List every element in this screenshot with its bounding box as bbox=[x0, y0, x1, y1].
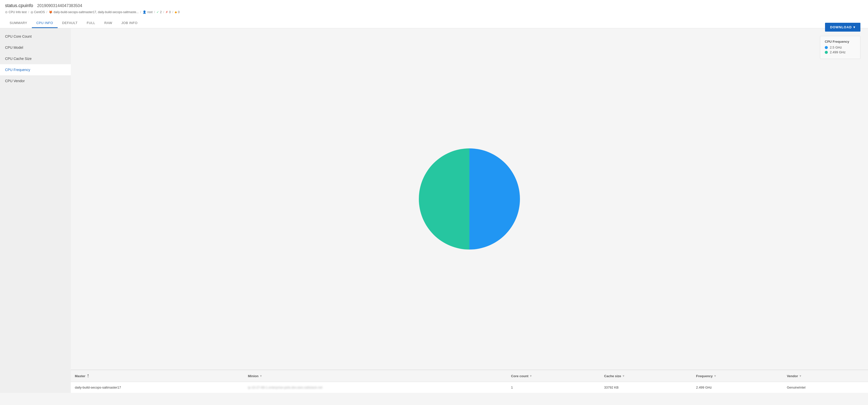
th-cache-size-label: Cache size bbox=[604, 374, 621, 378]
breadcrumb-item-cpu-info-test[interactable]: ⊙ CPU Info test bbox=[5, 10, 27, 14]
breadcrumb-icon-os: ◎ bbox=[31, 10, 33, 14]
other-count: 0 bbox=[178, 10, 180, 14]
legend-title: CPU Frequency bbox=[825, 40, 856, 43]
pie-chart bbox=[416, 146, 523, 252]
breadcrumb-item-other: ◆ 0 bbox=[175, 10, 180, 14]
th-master: Master ▲ ▼ bbox=[71, 370, 244, 382]
breadcrumb-sep-6: / bbox=[173, 10, 173, 14]
filter-icon-frequency[interactable]: ▼ bbox=[714, 374, 717, 377]
breadcrumb-item-minion[interactable]: 🦊 daily-build-secops-saltmaster17, daily… bbox=[49, 10, 139, 14]
sidebar-item-cpu-vendor[interactable]: CPU Vendor bbox=[0, 75, 71, 87]
table-body: daily-build-secops-saltmaster17 ip-10-27… bbox=[71, 382, 868, 393]
tab-cpu-info[interactable]: CPU INFO bbox=[32, 19, 58, 28]
job-id: 20190903144047383504 bbox=[37, 4, 82, 8]
main-content: CPU Core Count CPU Model CPU Cache Size … bbox=[0, 28, 868, 393]
legend-dot-teal bbox=[825, 51, 828, 54]
breadcrumb: ⊙ CPU Info test / ◎ CentOS / 🦊 daily-bui… bbox=[5, 10, 863, 17]
chart-area: CPU Frequency 2.5 GHz 2.499 GHz bbox=[71, 28, 868, 370]
download-button-label: DOWNLOAD bbox=[830, 25, 852, 29]
cell-minion: ip-10-27-88-1.enterprise-pele.dev.aws.sa… bbox=[244, 382, 507, 393]
breadcrumb-label-minion: daily-build-secops-saltmaster17, daily-b… bbox=[54, 10, 139, 14]
check-icon: ✓ bbox=[156, 10, 159, 14]
th-minion: Minion ▼ bbox=[244, 370, 507, 382]
cell-core-count: 1 bbox=[507, 382, 600, 393]
table-header-row: Master ▲ ▼ Minion ▼ bbox=[71, 370, 868, 382]
legend-item-teal: 2.499 GHz bbox=[825, 50, 856, 54]
pie-segment-teal bbox=[419, 148, 469, 250]
fail-count: 0 bbox=[169, 10, 171, 14]
cell-vendor: GenuineIntel bbox=[783, 382, 868, 393]
cell-frequency: 2.499 GHz bbox=[692, 382, 783, 393]
breadcrumb-label-centos: CentOS bbox=[34, 10, 45, 14]
legend-item-blue: 2.5 GHz bbox=[825, 45, 856, 49]
sort-icons-master[interactable]: ▲ ▼ bbox=[87, 374, 89, 378]
breadcrumb-item-user[interactable]: 👤 root bbox=[143, 10, 153, 14]
breadcrumb-icon-plugin: ⊙ bbox=[5, 10, 8, 14]
th-master-label: Master bbox=[75, 374, 86, 378]
breadcrumb-item-fail: ✗ 0 bbox=[165, 10, 171, 14]
filter-icon-cache-size[interactable]: ▼ bbox=[622, 374, 625, 377]
breadcrumb-item-success: ✓ 2 bbox=[156, 10, 162, 14]
sidebar-item-cpu-core-count[interactable]: CPU Core Count bbox=[0, 31, 71, 42]
tab-summary[interactable]: SUMMARY bbox=[5, 19, 32, 28]
data-table: Master ▲ ▼ Minion ▼ bbox=[71, 370, 868, 393]
breadcrumb-icon-minion: 🦊 bbox=[49, 10, 53, 14]
legend-label-teal: 2.499 GHz bbox=[830, 50, 845, 54]
filter-icon-minion[interactable]: ▼ bbox=[259, 374, 262, 377]
legend-dot-blue bbox=[825, 46, 828, 49]
nav-tabs: SUMMARY CPU INFO DEFAULT FULL RAW JOB IN… bbox=[5, 17, 863, 28]
legend-box: CPU Frequency 2.5 GHz 2.499 GHz bbox=[820, 36, 860, 59]
breadcrumb-item-centos[interactable]: ◎ CentOS bbox=[31, 10, 45, 14]
download-button[interactable]: DOWNLOAD ▾ bbox=[825, 23, 860, 32]
download-chevron-icon: ▾ bbox=[853, 25, 855, 29]
header: status.cpuinfo 20190903144047383504 ⊙ CP… bbox=[0, 0, 868, 28]
cell-cache-size: 33792 KB bbox=[600, 382, 692, 393]
title-row: status.cpuinfo 20190903144047383504 bbox=[5, 3, 863, 10]
breadcrumb-sep-4: / bbox=[154, 10, 155, 14]
th-core-count: Core count ▼ bbox=[507, 370, 600, 382]
sidebar-item-cpu-frequency[interactable]: CPU Frequency bbox=[0, 64, 71, 75]
breadcrumb-icon-user: 👤 bbox=[143, 10, 146, 14]
th-vendor: Vendor ▼ bbox=[783, 370, 868, 382]
legend-label-blue: 2.5 GHz bbox=[830, 45, 842, 49]
filter-icon-vendor[interactable]: ▼ bbox=[799, 374, 802, 377]
sort-down-icon: ▼ bbox=[87, 376, 89, 378]
breadcrumb-sep-2: / bbox=[46, 10, 47, 14]
table-header: Master ▲ ▼ Minion ▼ bbox=[71, 370, 868, 382]
sidebar-item-cpu-model[interactable]: CPU Model bbox=[0, 42, 71, 53]
cell-minion-blurred: ip-10-27-88-1.enterprise-pele.dev.aws.sa… bbox=[248, 385, 322, 389]
cross-icon: ✗ bbox=[165, 10, 168, 14]
breadcrumb-label-user: root bbox=[147, 10, 153, 14]
th-core-count-label: Core count bbox=[511, 374, 529, 378]
tab-full[interactable]: FULL bbox=[82, 19, 100, 28]
filter-icon-core-count[interactable]: ▼ bbox=[529, 374, 532, 377]
tab-job-info[interactable]: JOB INFO bbox=[117, 19, 142, 28]
tab-raw[interactable]: RAW bbox=[100, 19, 117, 28]
th-cache-size: Cache size ▼ bbox=[600, 370, 692, 382]
breadcrumb-sep-3: / bbox=[140, 10, 141, 14]
th-vendor-label: Vendor bbox=[787, 374, 798, 378]
tab-default[interactable]: DEFAULT bbox=[58, 19, 82, 28]
page-title: status.cpuinfo bbox=[5, 3, 33, 8]
pie-chart-svg bbox=[416, 146, 523, 252]
pie-segment-blue bbox=[469, 148, 520, 250]
sidebar: CPU Core Count CPU Model CPU Cache Size … bbox=[0, 28, 71, 393]
success-count: 2 bbox=[160, 10, 162, 14]
table-row: daily-build-secops-saltmaster17 ip-10-27… bbox=[71, 382, 868, 393]
th-frequency-label: Frequency bbox=[696, 374, 713, 378]
table-section: Master ▲ ▼ Minion ▼ bbox=[71, 370, 868, 393]
sidebar-item-cpu-cache-size[interactable]: CPU Cache Size bbox=[0, 53, 71, 64]
breadcrumb-sep-1: / bbox=[28, 10, 29, 14]
th-frequency: Frequency ▼ bbox=[692, 370, 783, 382]
breadcrumb-label-cpu-info-test: CPU Info test bbox=[9, 10, 27, 14]
breadcrumb-sep-5: / bbox=[163, 10, 164, 14]
download-btn-area: DOWNLOAD ▾ bbox=[825, 23, 860, 32]
th-minion-label: Minion bbox=[248, 374, 258, 378]
diamond-icon: ◆ bbox=[175, 10, 177, 14]
cell-master: daily-build-secops-saltmaster17 bbox=[71, 382, 244, 393]
